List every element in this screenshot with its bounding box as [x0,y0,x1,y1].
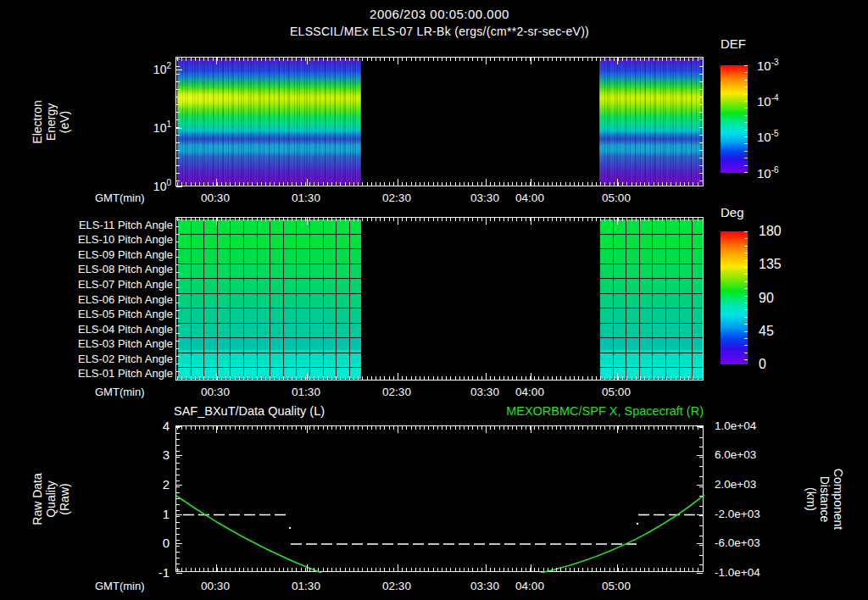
major-tick [531,179,531,186]
time-tick-label: 04:00 [515,386,544,398]
plot-subtitle: ELSSCIL/MEx ELS-07 LR-Bk (ergs/(cm**2-sr… [175,25,704,38]
time-tick-label: 03:30 [470,386,499,398]
def-colorbar-tick: 10-6 [757,165,808,181]
major-tick [531,58,531,64]
major-tick [697,455,703,456]
distance-y-axis-label: Component Distance (km) [795,419,854,579]
pitch-row-label: ELS-09 Pitch Angle [51,247,173,260]
deg-colorbar-tick: 45 [759,324,801,339]
distance-ytick: -1.0e+04 [715,566,760,579]
major-tick [176,426,182,427]
axis-ticks [177,58,702,61]
spacecraft-x-curve-left [176,496,321,573]
quality-y-axis-label: Raw Data Quality (Raw) [24,425,78,572]
pitch-row-label: ELS-05 Pitch Angle [51,308,173,320]
time-tick-label: 02:30 [382,580,411,592]
axis-ticks [176,427,180,570]
major-tick [486,564,487,571]
spectrogram-ytick: 102 [136,61,171,76]
major-tick [176,69,182,70]
major-tick [216,373,217,380]
major-tick [307,373,308,380]
pitch-grid [599,219,703,379]
time-tick-label: 00:30 [201,386,230,398]
major-tick [617,426,618,433]
gmt-axis-label-2: GMT(min) [95,386,145,398]
deg-colorbar-tick: 0 [759,357,801,372]
major-tick [697,426,703,427]
major-tick [176,485,182,486]
major-tick [398,218,398,225]
pitch-row-label: ELS-06 Pitch Angle [51,292,173,305]
major-tick [486,58,487,64]
quality-ytick: 3 [142,447,170,462]
spectrogram-data-left [177,58,361,185]
def-colorbar-title: DEF [721,36,746,51]
quality-transition-dot [637,523,638,525]
pitch-row-label: ELS-10 Pitch Angle [51,233,173,246]
axis-ticks [699,58,703,185]
time-tick-label: 03:30 [470,192,499,204]
def-colorbar [721,65,748,173]
major-tick [617,218,618,225]
major-tick [176,514,182,515]
quality-ytick: 0 [142,536,170,550]
def-colorbar-tick: 10-4 [757,93,808,108]
major-tick [176,128,182,129]
axis-ticks [699,427,703,570]
major-tick [617,58,618,64]
axis-ticks [176,219,180,379]
spectrogram-y-axis-label: Electron Energy (eV) [24,57,78,186]
time-tick-label: 02:30 [382,386,411,398]
flux-hotspot [177,92,260,105]
major-tick [486,373,487,380]
axis-ticks [177,426,702,430]
major-tick [531,218,531,225]
quality-ytick: 1 [142,506,170,520]
spectrogram-ytick: 101 [136,119,171,135]
major-tick [216,179,217,186]
major-tick [307,179,308,186]
major-tick [486,179,487,186]
time-tick-label: 05:00 [602,580,631,592]
major-tick [398,564,398,571]
def-colorbar-tick: 10-3 [757,58,808,73]
major-tick [697,514,703,515]
time-tick-label: 00:30 [201,192,230,204]
axis-ticks [177,568,702,571]
distance-series-title: MEXORBMC/SPF X, Spacecraft (R) [175,404,704,418]
quality-distance-panel [175,425,704,572]
major-tick [176,455,182,456]
pitch-angle-panel [175,217,704,381]
axis-ticks [176,58,180,185]
pitch-row-label: ELS-02 Pitch Angle [51,352,173,364]
major-tick [398,179,398,186]
pitch-row-label: ELS-04 Pitch Angle [51,322,173,335]
distance-ytick: -2.0e+03 [715,507,760,519]
time-tick-label: 02:30 [382,192,411,204]
time-tick-label: 04:00 [515,192,544,204]
major-tick [697,485,703,486]
major-tick [617,373,618,380]
gmt-axis-label-1: GMT(min) [95,192,145,204]
distance-ytick: -6.0e+03 [715,536,760,549]
quality-ytick: 4 [142,418,170,432]
major-tick [697,543,703,544]
deg-colorbar [721,231,748,364]
electron-energy-panel [175,57,704,186]
time-tick-label: 01:30 [292,192,320,204]
page-title: 2006/203 00:05:00.000 [175,7,704,21]
pitch-row-label: ELS-03 Pitch Angle [51,337,173,350]
deg-colorbar-title: Deg [721,205,744,219]
major-tick [486,426,487,433]
colorbar-ticks [744,231,748,364]
axis-ticks [177,182,702,186]
major-tick [176,543,182,544]
major-tick [398,426,398,433]
quality-transition-dot [289,527,291,529]
major-tick [307,426,308,433]
deg-colorbar-tick: 135 [759,257,801,272]
spacecraft-x-curve-right [541,495,704,573]
pitch-data-left [177,219,361,379]
deg-colorbar-tick: 90 [759,291,801,306]
